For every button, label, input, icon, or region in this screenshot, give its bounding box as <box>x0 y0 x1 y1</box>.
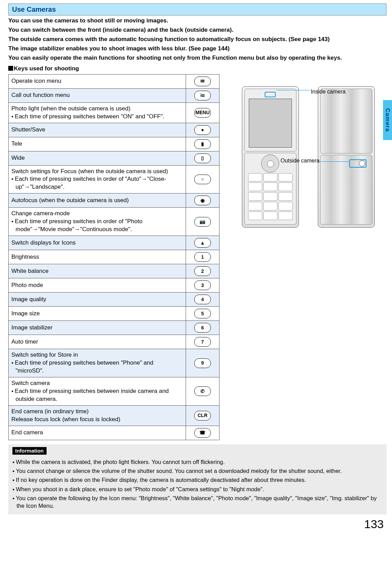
outside-camera-marker <box>349 159 366 168</box>
information-box: Information While the camera is activate… <box>8 444 386 515</box>
key-description: Auto timer <box>9 335 186 349</box>
key-cell: ▮ <box>186 137 219 151</box>
key-description: Image quality <box>9 293 186 307</box>
key-cell: CLR <box>186 405 219 426</box>
key-cell: ✆ <box>186 377 219 405</box>
key-cell: 3 <box>186 278 219 293</box>
key-button-icon: iα <box>194 91 211 100</box>
key-button-icon: 📷 <box>194 217 211 227</box>
key-button-icon: ▮ <box>194 139 211 149</box>
phone-back <box>318 86 375 228</box>
key-button-icon: ☎ <box>194 428 211 438</box>
page-number: 133 <box>8 516 386 532</box>
phone-illustration: Inside camera Outside camera <box>233 85 386 247</box>
key-cell: 9 <box>186 349 219 377</box>
key-button-icon: 2 <box>194 266 211 276</box>
intro-line: You can use the cameras to shoot still o… <box>8 17 386 25</box>
key-button-icon: ✉ <box>194 77 211 86</box>
key-cell: ● <box>186 123 219 137</box>
key-cell: ◉ <box>186 194 219 208</box>
key-cell: ○ <box>186 165 219 194</box>
key-cell: MENU <box>186 102 219 123</box>
key-cell: 2 <box>186 264 219 278</box>
key-button-icon: 4 <box>194 295 211 304</box>
side-tab-label: Camera <box>384 108 392 132</box>
key-description: End camera <box>9 426 186 440</box>
key-button-icon: ● <box>194 125 211 135</box>
info-item: You can operate the following by the Ico… <box>12 494 382 510</box>
key-button-icon: ▲ <box>194 238 211 248</box>
key-description: White balance <box>9 264 186 278</box>
key-description: Switch displays for Icons <box>9 236 186 250</box>
outside-camera-label: Outside camera <box>275 157 320 165</box>
square-bullet-icon <box>8 66 13 71</box>
intro-line: You can easily operate the main function… <box>8 54 386 62</box>
info-item: When you shoot in a dark place, ensure t… <box>12 485 382 493</box>
keys-table: Operate icon menu✉Call out function menu… <box>8 74 219 440</box>
key-cell: ▲ <box>186 236 219 250</box>
inside-camera-label: Inside camera <box>311 88 346 96</box>
key-description: Switch cameraEach time of pressing switc… <box>9 377 186 405</box>
key-cell: 6 <box>186 321 219 335</box>
intro-block: You can use the cameras to shoot still o… <box>8 17 386 62</box>
key-description: Switch setting for Store inEach time of … <box>9 349 186 377</box>
key-button-icon: 1 <box>194 252 211 262</box>
key-description: Operate icon menu <box>9 74 186 88</box>
side-tab: Camera <box>383 100 392 140</box>
inside-camera-marker <box>265 92 276 97</box>
key-cell: 5 <box>186 307 219 321</box>
information-title: Information <box>12 447 47 455</box>
key-button-icon: ◉ <box>194 196 211 205</box>
key-description: End camera (in ordinary time)Release foc… <box>9 405 186 426</box>
key-description: Wide <box>9 151 186 165</box>
key-description: Photo mode <box>9 278 186 293</box>
key-button-icon: 9 <box>194 358 211 368</box>
key-description: Photo light (when the outside camera is … <box>9 102 186 123</box>
key-description: Autofocus (when the outside camera is us… <box>9 194 186 208</box>
keys-heading: Keys used for shooting <box>8 65 386 73</box>
key-cell: iα <box>186 88 219 102</box>
key-button-icon: 5 <box>194 309 211 318</box>
info-item: If no key operation is done on the Finde… <box>12 476 382 484</box>
intro-line: You can switch between the front (inside… <box>8 26 386 34</box>
key-cell: 7 <box>186 335 219 349</box>
key-description: Brightness <box>9 250 186 264</box>
key-button-icon: 3 <box>194 280 211 290</box>
section-title: Use Cameras <box>8 3 386 16</box>
key-description: Change camera-modeEach time of pressing … <box>9 208 186 236</box>
key-cell: 1 <box>186 250 219 264</box>
key-description: Call out function menu <box>9 88 186 102</box>
key-cell: ▯ <box>186 151 219 165</box>
key-description: Image size <box>9 307 186 321</box>
key-button-icon: ✆ <box>194 386 211 396</box>
key-button-icon: MENU <box>194 108 211 118</box>
info-item: You cannot change or silence the volume … <box>12 467 382 475</box>
key-description: Shutter/Save <box>9 123 186 137</box>
key-cell: 4 <box>186 293 219 307</box>
keys-heading-text: Keys used for shooting <box>14 65 79 72</box>
key-description: Switch settings for Focus (when the outs… <box>9 165 186 194</box>
key-button-icon: ○ <box>194 175 211 184</box>
key-button-icon: ▯ <box>194 154 211 163</box>
key-button-icon: 6 <box>194 323 211 333</box>
key-description: Tele <box>9 137 186 151</box>
intro-line: The outside camera comes with the automa… <box>8 36 386 43</box>
info-item: While the camera is activated, the photo… <box>12 458 382 466</box>
key-description: Image stabilizer <box>9 321 186 335</box>
key-button-icon: 7 <box>194 337 211 347</box>
intro-line: The image stabilizer enables you to shoo… <box>8 45 386 53</box>
key-cell: ✉ <box>186 74 219 88</box>
key-button-icon: CLR <box>194 411 211 420</box>
key-cell: 📷 <box>186 208 219 236</box>
key-cell: ☎ <box>186 426 219 440</box>
